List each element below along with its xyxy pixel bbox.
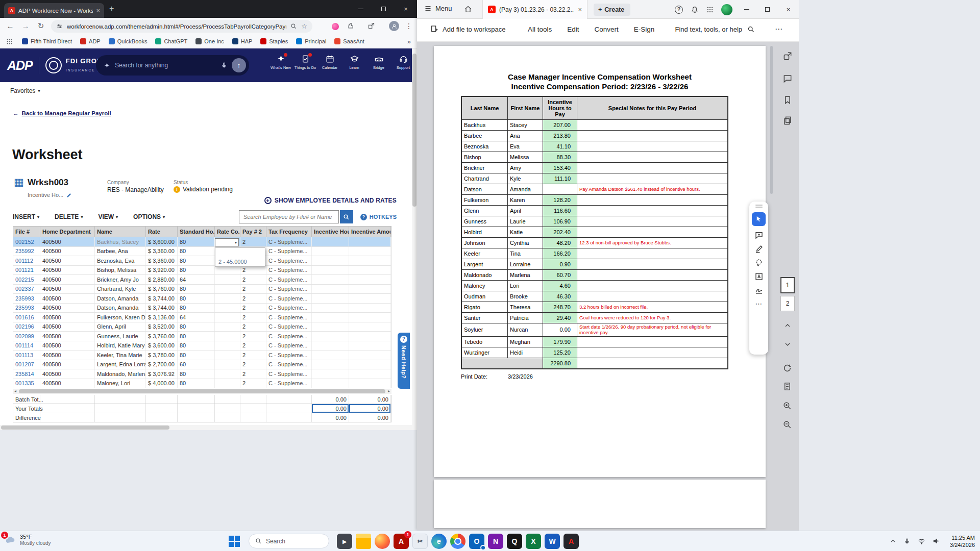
cell-incentive-hours[interactable] — [312, 369, 349, 379]
col-file[interactable]: File # — [13, 227, 40, 237]
page-thumbnails-icon[interactable] — [782, 115, 793, 126]
bookmark-item[interactable]: QuickBooks — [109, 38, 148, 44]
bookmark-star-icon[interactable]: ☆ — [301, 22, 307, 30]
grid-menu-button[interactable]: VIEW — [98, 213, 118, 220]
cell-incentive-amount[interactable] — [349, 332, 391, 341]
rate-code-combobox[interactable] — [215, 238, 239, 246]
table-row[interactable]: 001207 400500 Largent, Edna Lorraine $ 2… — [13, 360, 391, 370]
tool-tab[interactable]: All tools — [528, 26, 552, 33]
cell-incentive-hours[interactable] — [312, 237, 349, 246]
cell-file-number[interactable]: 235993 — [13, 304, 40, 313]
table-row[interactable]: 001114 400500 Holbird, Katie Mary $ 3,60… — [13, 341, 391, 351]
volume-icon[interactable] — [933, 537, 940, 545]
cell-home-department[interactable]: 400500 — [40, 379, 95, 388]
grid-menu-button[interactable]: OPTIONS — [133, 213, 165, 220]
grid-menu-button[interactable]: DELETE — [55, 213, 83, 220]
cell-name[interactable]: Bishop, Melissa — [95, 266, 146, 275]
cell-rate[interactable]: $ 2,880.00 — [146, 275, 178, 284]
add-comment-icon[interactable] — [754, 231, 764, 240]
cell-incentive-hours[interactable] — [312, 350, 349, 360]
cell-tax-frequency[interactable]: C - Suppleme... — [266, 313, 312, 322]
cell-file-number[interactable]: 001112 — [13, 256, 40, 265]
cell-rate[interactable]: $ 3,760.00 — [146, 332, 178, 341]
cell-rate[interactable]: $ 3,600.00 — [146, 237, 178, 246]
cell-name[interactable]: Datson, Amanda — [95, 304, 146, 313]
cell-home-department[interactable]: 400500 — [40, 341, 95, 350]
cell-tax-frequency[interactable]: C - Suppleme... — [266, 294, 312, 303]
cell-file-number[interactable]: 002196 — [13, 322, 40, 332]
cell-tax-frequency[interactable]: C - Suppleme... — [266, 304, 312, 313]
browser-tab[interactable]: ADP Workforce Now - Workshe... — [4, 3, 104, 18]
cell-pay-2[interactable]: 2 — [240, 275, 266, 284]
total-incentive-hours[interactable]: 0.00 — [312, 413, 349, 422]
cell-home-department[interactable]: 400500 — [40, 360, 95, 369]
cell-pay-2[interactable]: 2 — [240, 285, 266, 294]
cell-incentive-amount[interactable] — [349, 322, 391, 332]
cell-tax-frequency[interactable]: C - Suppleme... — [266, 266, 312, 275]
cell-standard-hours[interactable]: 80 — [178, 247, 215, 256]
scrollbar-thumb[interactable] — [412, 54, 416, 207]
wifi-icon[interactable] — [918, 537, 925, 545]
cell-tax-frequency[interactable]: C - Suppleme... — [266, 275, 312, 284]
scrollbar-thumb[interactable] — [19, 389, 385, 393]
cell-standard-hours[interactable]: 80 — [178, 285, 215, 294]
cell-file-number[interactable]: 235993 — [13, 294, 40, 303]
col-incentive-amount[interactable]: Incentive Amount — [349, 227, 391, 237]
cell-standard-hours[interactable]: 80 — [178, 332, 215, 341]
scroll-left-icon[interactable] — [13, 389, 18, 394]
forward-icon[interactable]: → — [20, 21, 31, 30]
col-rate-code[interactable]: Rate Co... — [215, 227, 240, 237]
cell-rate[interactable]: $ 3,136.00 — [146, 313, 178, 322]
cell-standard-hours[interactable]: 80 — [178, 341, 215, 350]
cell-home-department[interactable]: 400500 — [40, 237, 95, 246]
cell-tax-frequency[interactable]: C - Suppleme... — [266, 247, 312, 256]
cell-incentive-hours[interactable] — [312, 285, 349, 294]
cell-standard-hours[interactable]: 80 — [178, 237, 215, 246]
home-icon[interactable] — [464, 5, 472, 13]
app-switcher-grid-icon[interactable] — [706, 6, 714, 13]
cell-tax-frequency[interactable]: C - Suppleme... — [266, 379, 312, 388]
bookmark-item[interactable]: Staples — [260, 38, 288, 44]
next-page-icon[interactable] — [783, 340, 792, 348]
cell-pay-2[interactable]: 2 — [240, 237, 266, 246]
cell-pay-2[interactable]: 2 — [240, 266, 266, 275]
cell-file-number[interactable]: 002152 — [13, 237, 40, 246]
cell-rate-code[interactable] — [215, 304, 240, 313]
weather-widget[interactable]: 1 35°F Mostly cloudy — [4, 533, 51, 546]
page-view-icon[interactable] — [782, 382, 792, 391]
bookmarks-overflow-icon[interactable] — [407, 38, 411, 45]
total-incentive-amount[interactable]: 0.00 — [349, 395, 391, 404]
extension-icon[interactable] — [332, 23, 339, 30]
cell-pay-2[interactable]: 2 — [240, 322, 266, 332]
browser-close-button[interactable] — [395, 0, 417, 18]
mic-icon[interactable] — [903, 538, 911, 545]
acrobat-close-button[interactable] — [778, 0, 799, 19]
table-row[interactable]: 002337 400500 Chartrand, Kyle $ 3,760.00… — [13, 285, 391, 294]
bookmark-item[interactable]: SaasAnt — [334, 38, 364, 44]
cell-incentive-amount[interactable] — [349, 350, 391, 360]
zoom-in-icon[interactable] — [782, 401, 792, 411]
edit-pencil-icon[interactable] — [66, 192, 72, 198]
nav-things-to-do[interactable]: Things to Do — [293, 54, 317, 70]
cell-standard-hours[interactable]: 80 — [178, 369, 215, 379]
cell-rate-code[interactable] — [215, 332, 240, 341]
table-row[interactable]: 002196 400500 Glenn, April $ 3,520.00 80… — [13, 322, 391, 332]
cell-incentive-hours[interactable] — [312, 332, 349, 341]
cell-incentive-amount[interactable] — [349, 256, 391, 265]
table-row[interactable]: 002215 400500 Brickner, Amy Jo $ 2,880.0… — [13, 275, 391, 285]
col-tax-frequency[interactable]: Tax Frequency — [266, 227, 312, 237]
cell-file-number[interactable]: 001114 — [13, 341, 40, 350]
table-row[interactable]: 002152 400500 Backhus, Stacey $ 3,600.00… — [13, 237, 391, 247]
cell-incentive-hours[interactable] — [312, 360, 349, 369]
cell-home-department[interactable]: 400500 — [40, 275, 95, 284]
account-avatar[interactable] — [721, 4, 732, 15]
cell-name[interactable]: Fulkerson, Karen Danz — [95, 313, 146, 322]
cell-incentive-amount[interactable] — [349, 285, 391, 294]
share-icon[interactable] — [368, 22, 375, 30]
cell-rate[interactable]: $ 3,780.00 — [146, 350, 178, 360]
cell-rate[interactable]: $ 2,700.00 — [146, 360, 178, 369]
tool-tab[interactable]: Edit — [567, 26, 579, 33]
taskbar-search[interactable]: Search — [249, 534, 329, 548]
dropdown-option[interactable]: 2 - 45.0000 — [215, 257, 265, 266]
new-tab-button[interactable] — [109, 4, 114, 13]
